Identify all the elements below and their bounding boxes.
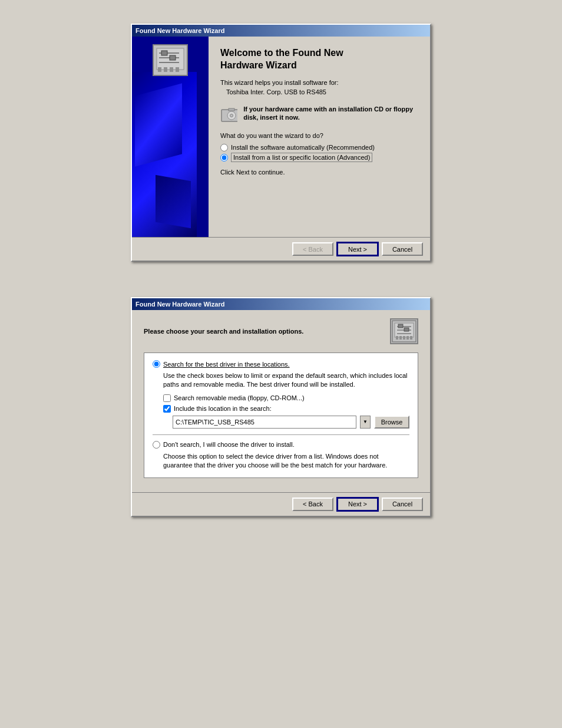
wizard1-content: Welcome to the Found NewHardware Wizard … [209,37,430,237]
wizard2-search-label[interactable]: Search for the best driver in these loca… [163,361,290,368]
hardware-icon [152,44,189,77]
wizard2-radio-dont-search[interactable] [153,441,160,449]
wizard1-radio-auto[interactable] [220,144,228,151]
svg-rect-5 [161,51,167,55]
svg-rect-21 [404,328,409,331]
wizard2-cancel-button[interactable]: Cancel [382,498,423,511]
hardware-icon-small [391,319,417,343]
wizard2-next-button[interactable]: Next > [337,498,378,511]
wizard2-location-input[interactable] [173,416,356,429]
wizard2-removable-label[interactable]: Search removable media (floppy, CD-ROM..… [174,394,305,401]
wizard1-cd-hint: If your hardware came with an installati… [243,105,418,122]
wizard1-what-todo: What do you want the wizard to do? [220,132,418,139]
svg-rect-24 [403,336,405,340]
wizard1-next-button[interactable]: Next > [337,242,378,256]
wizard2-location-dropdown[interactable]: ▼ [360,416,371,429]
wizard1-option-auto-row: Install the software automatically (Reco… [220,144,418,151]
svg-rect-20 [398,324,403,328]
svg-rect-8 [164,67,167,72]
wizard2-title: Found New Hardware Wizard [135,301,224,308]
wizard1-subtitle: This wizard helps you install software f… [220,79,418,86]
svg-rect-26 [410,336,412,340]
wizard2-dont-search-label[interactable]: Don't search, I will choose the driver t… [163,441,295,448]
svg-rect-22 [396,336,398,340]
wizard2-location-input-row: ▼ Browse [173,416,409,429]
wizard1-click-next: Click Next to continue. [220,169,418,176]
wizard1-cancel-button[interactable]: Cancel [382,242,423,256]
wizard1-heading: Welcome to the Found NewHardware Wizard [220,47,418,72]
wizard2-back-button[interactable]: < Back [292,498,333,511]
wizard2-checkbox-removable[interactable] [163,394,171,402]
svg-rect-6 [170,55,176,60]
wizard1-radio-manual[interactable] [220,154,228,162]
sidebar-decoration [132,72,197,237]
wizard2-search-option-row: Search for the best driver in these loca… [153,360,409,368]
wizard2-checkbox-location[interactable] [163,405,171,413]
wizard1-sidebar [132,37,209,237]
wizard2-heading: Please choose your search and installati… [144,328,303,335]
wizard2-titlebar: Found New Hardware Wizard [132,298,430,310]
wizard2-location-row: Include this location in the search: [163,405,409,413]
wizard2-browse-button[interactable]: Browse [374,416,409,429]
wizard1-button-bar: < Back Next > Cancel [132,237,430,261]
wizard1-back-button[interactable]: < Back [292,242,333,256]
wizard2-body: Please choose your search and installati… [132,310,430,492]
wizard2-header: Please choose your search and installati… [144,318,418,344]
wizard2-removable-row: Search removable media (floppy, CD-ROM..… [163,394,409,402]
wizard1-option-manual-label[interactable]: Install from a list or specific location… [231,154,372,161]
wizard2-divider [153,434,409,435]
cd-icon [220,105,237,124]
wizard1-option-auto-label[interactable]: Install the software automatically (Reco… [231,144,375,151]
wizard2-button-bar: < Back Next > Cancel [132,492,430,516]
svg-rect-9 [170,67,173,72]
wizard1-device-name: Toshiba Inter. Corp. USB to RS485 [220,88,418,95]
svg-rect-25 [406,336,409,340]
wizard1-body: Welcome to the Found NewHardware Wizard … [132,37,430,237]
wizard1-window: Found New Hardware Wizard [131,24,431,262]
wizard1-option-manual-text: Install from a list or specific location… [231,153,372,162]
wizard2-hw-icon [390,318,418,344]
svg-rect-10 [176,67,179,72]
wizard2-location-label[interactable]: Include this location in the search: [174,405,272,412]
wizard2-window: Found New Hardware Wizard Please choose … [131,297,431,517]
wizard2-options-box: Search for the best driver in these loca… [144,353,418,478]
wizard2-radio-search[interactable] [153,360,160,368]
wizard1-option-manual-row: Install from a list or specific location… [220,154,418,162]
svg-point-13 [230,114,233,117]
cd-hint-row: If your hardware came with an installati… [220,105,418,124]
wizard2-dont-search-desc: Choose this option to select the device … [163,452,409,470]
wizard1-title: Found New Hardware Wizard [135,27,224,34]
svg-rect-7 [158,67,161,72]
svg-rect-23 [399,336,402,340]
wizard2-search-desc: Use the check boxes below to limit or ex… [163,371,409,390]
wizard1-titlebar: Found New Hardware Wizard [132,25,430,37]
svg-rect-14 [229,108,234,111]
wizard2-dont-search-row: Don't search, I will choose the driver t… [153,441,409,449]
